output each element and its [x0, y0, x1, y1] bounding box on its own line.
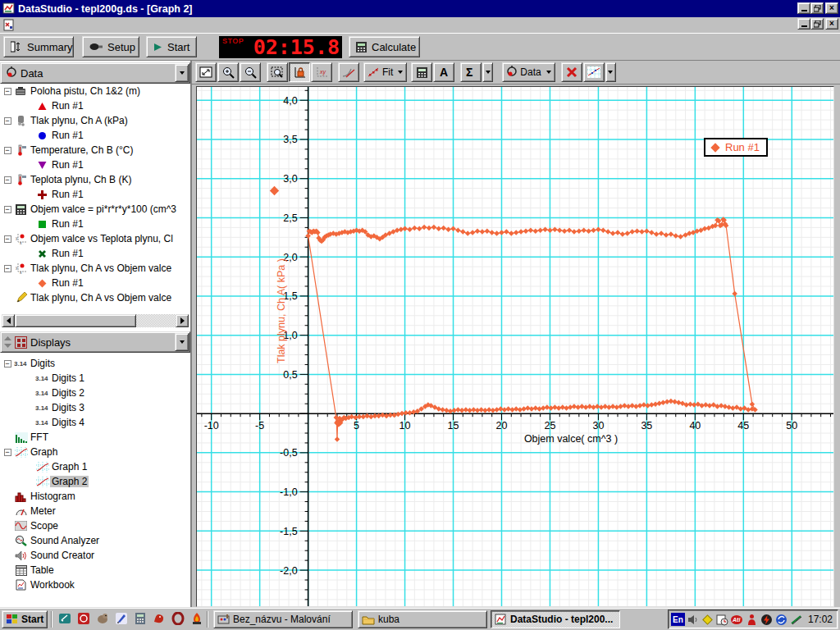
setup-button[interactable]: Setup	[82, 36, 139, 57]
scale-to-fit-button[interactable]	[195, 62, 217, 82]
start-button-toolbar[interactable]: Start	[146, 36, 197, 57]
collapse-expand-box[interactable]: −	[4, 265, 11, 272]
tree-item-label[interactable]: Tlak plynu, Ch A vs Objem valce	[29, 292, 173, 304]
tree-item[interactable]: 3.14Digits 4	[2, 415, 189, 430]
collapse-expand-box[interactable]: −	[4, 117, 11, 125]
tree-item-label[interactable]: Objem valce = pi*r*r*y*100 (cm^3	[29, 203, 178, 215]
tree-item-label[interactable]: Run #1	[50, 248, 85, 259]
data-panel-header[interactable]: Data	[0, 62, 190, 84]
tree-item-label[interactable]: Graph 1	[50, 461, 89, 472]
legend[interactable]: Run #1	[704, 138, 768, 157]
tree-item-label[interactable]: Teplota plynu, Ch B (K)	[29, 174, 133, 185]
tree-item-label[interactable]: Sound Creator	[29, 550, 96, 561]
graph-settings-button[interactable]	[583, 62, 605, 82]
delete-button[interactable]	[561, 62, 582, 82]
chart-svg[interactable]: -10-551015202530354045504,03,53,02,52,01…	[197, 87, 833, 606]
ql-opera-icon[interactable]	[171, 611, 185, 625]
data-tree-hscrollbar[interactable]	[2, 314, 189, 327]
tray-pen-flash-icon[interactable]	[789, 613, 803, 626]
tree-item[interactable]: Workbook	[2, 578, 189, 592]
tree-item-label[interactable]: Tlak plynu, Ch A vs Objem valce	[29, 262, 173, 274]
tree-item[interactable]: Run #1	[2, 217, 189, 231]
data-panel-dropdown[interactable]	[175, 64, 189, 82]
document-icon[interactable]	[2, 19, 16, 31]
tree-item[interactable]: Run #1	[2, 128, 189, 143]
close-button[interactable]: ×	[825, 2, 838, 14]
collapse-expand-box[interactable]: −	[4, 449, 11, 456]
ql-flame-icon[interactable]	[189, 611, 203, 625]
text-tool-button[interactable]: A	[433, 62, 454, 82]
tray-ati-icon[interactable]: Ati	[730, 613, 744, 626]
restore-button[interactable]	[810, 2, 824, 14]
data-dropdown-button[interactable]: Data	[502, 62, 555, 82]
tree-item-label[interactable]: Graph	[29, 446, 59, 458]
statistics-button[interactable]: Σ	[460, 62, 482, 82]
displays-panel-dropdown[interactable]	[175, 333, 189, 351]
zoom-select-button[interactable]	[267, 62, 288, 82]
summary-button[interactable]: Summary	[3, 36, 74, 57]
ql-dragon-icon[interactable]	[152, 611, 166, 625]
tree-item[interactable]: −yxObjem valce vs Teplota plynu, Cl	[2, 231, 189, 246]
collapse-expand-box[interactable]: −	[4, 147, 11, 154]
tree-item[interactable]: −3.14Digits	[2, 356, 189, 371]
tree-item[interactable]: Table	[2, 563, 189, 578]
collapse-expand-box[interactable]: −	[4, 88, 11, 95]
smart-tool-button[interactable]	[289, 62, 310, 82]
child-close-button[interactable]: ×	[825, 18, 838, 30]
tray-red-man-icon[interactable]	[745, 613, 759, 626]
tree-item[interactable]: Sound Creator	[2, 548, 189, 563]
scrollbar-thumb[interactable]	[15, 314, 136, 327]
ql-pen-icon[interactable]	[114, 611, 128, 625]
tree-item-label[interactable]: Digits 3	[50, 402, 86, 413]
scroll-right-button[interactable]	[176, 314, 189, 327]
tree-item[interactable]: Scope	[2, 518, 189, 533]
ql-bird-icon[interactable]	[95, 611, 109, 625]
tree-item[interactable]: −Temperature, Ch B (°C)	[2, 143, 189, 158]
fit-dropdown-button[interactable]: Fit	[363, 62, 407, 82]
tree-item[interactable]: Run #1	[2, 98, 189, 113]
tray-diamond-icon[interactable]	[701, 613, 714, 626]
tree-item[interactable]: −Teplota plynu, Ch B (K)	[2, 172, 189, 187]
tree-item[interactable]: Run #1	[2, 187, 189, 202]
ql-calculator-icon[interactable]	[133, 611, 147, 625]
tree-item-label[interactable]: Sound Analyzer	[29, 535, 101, 546]
tree-item-label[interactable]: Run #1	[50, 159, 85, 171]
tree-item[interactable]: Sound Analyzer	[2, 533, 189, 548]
tree-item-label[interactable]: Tlak plynu, Ch A (kPa)	[29, 115, 130, 126]
tree-item-label[interactable]: Objem valce vs Teplota plynu, Cl	[29, 233, 175, 244]
task-button-3[interactable]: DataStudio - tepl200...	[491, 610, 620, 628]
calculator-button[interactable]	[411, 62, 432, 82]
collapse-expand-box[interactable]: −	[4, 235, 11, 243]
tray-sync-icon[interactable]	[774, 613, 788, 626]
tree-item[interactable]: Run #1	[2, 276, 189, 290]
tree-item[interactable]: Graph 2	[2, 474, 189, 489]
start-button[interactable]: Start	[2, 610, 48, 628]
tree-item-label[interactable]: Digits	[29, 358, 57, 369]
tree-item-label[interactable]: Run #1	[50, 130, 85, 141]
tree-item-label[interactable]: FFT	[29, 431, 50, 443]
tree-item-label[interactable]: Run #1	[50, 100, 85, 112]
panel-resize-arrows-icon[interactable]	[3, 336, 12, 348]
task-button-1[interactable]: Bez_názvu - Malování	[213, 610, 353, 628]
plot-area[interactable]: -10-551015202530354045504,03,53,02,52,01…	[196, 86, 834, 607]
tree-item[interactable]: −Poloha pistu, Ch 1&2 (m)	[2, 84, 189, 98]
ql-acrobat-icon[interactable]	[76, 611, 90, 625]
tree-item-label[interactable]: Run #1	[50, 218, 85, 230]
tree-item[interactable]: Histogram	[2, 489, 189, 504]
tree-item[interactable]: Tlak plynu, Ch A vs Objem valce	[2, 290, 189, 305]
tray-volume-icon[interactable]	[686, 613, 700, 626]
tray-scheduler-icon[interactable]	[715, 613, 729, 626]
child-restore-button[interactable]	[810, 18, 824, 30]
collapse-expand-box[interactable]: −	[4, 206, 11, 213]
tree-item-label[interactable]: Meter	[29, 505, 57, 517]
tray-power-icon[interactable]	[760, 613, 774, 626]
tree-item-label[interactable]: Histogram	[29, 491, 77, 502]
tree-item[interactable]: −Graph	[2, 445, 189, 459]
tree-item[interactable]: −yxTlak plynu, Ch A vs Objem valce	[2, 261, 189, 276]
tree-item-label[interactable]: Digits 2	[50, 387, 86, 399]
tray-language-indicator[interactable]: En	[671, 613, 685, 626]
displays-panel-header[interactable]: Displays	[0, 331, 190, 353]
tree-item[interactable]: Graph 1	[2, 459, 189, 474]
tree-item[interactable]: −Objem valce = pi*r*r*y*100 (cm^3	[2, 202, 189, 217]
ql-editor-icon[interactable]	[57, 611, 71, 625]
